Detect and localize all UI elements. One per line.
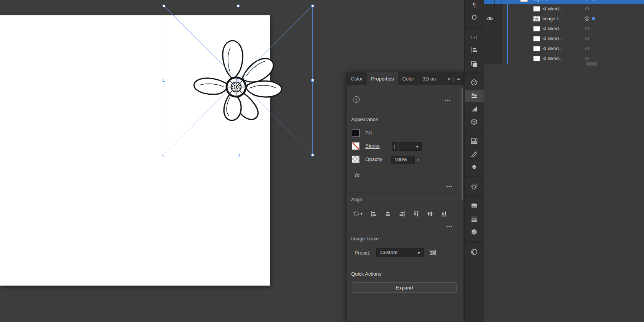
preset-dropdown[interactable]: Custom ▼	[376, 248, 424, 257]
target-circle-icon[interactable]	[585, 37, 589, 40]
panel-tab-bar: Color Properties Color 3D an » | ≡	[347, 72, 463, 85]
layer-name[interactable]: <Linked...	[542, 4, 562, 14]
align-center-horizontal-button[interactable]	[384, 210, 392, 218]
stroke-weight-stepper[interactable]: ▲▼	[392, 142, 398, 151]
gradient-panel-icon[interactable]	[465, 103, 484, 115]
layer-gutter[interactable]	[484, 0, 502, 4]
target-circle-icon[interactable]	[585, 7, 589, 10]
layer-thumbnail[interactable]	[533, 56, 540, 61]
properties-panel-icon[interactable]	[465, 90, 484, 102]
opentype-panel-icon[interactable]: O	[465, 12, 484, 24]
stroke-swatch[interactable]	[352, 142, 360, 150]
layer-name[interactable]: <Linked...	[542, 34, 562, 44]
tab-color-1[interactable]: Color	[347, 72, 367, 85]
align-bottom-button[interactable]	[440, 210, 449, 218]
layer-thumbnail[interactable]	[533, 26, 540, 31]
navigator-panel-icon[interactable]	[465, 226, 484, 238]
color-guide-panel-icon[interactable]	[465, 181, 484, 193]
fx-icon[interactable]: fx.	[355, 172, 361, 178]
stroke-weight-dropdown[interactable]: ▼	[399, 142, 422, 151]
target-circle-icon[interactable]	[585, 27, 589, 30]
pathfinder-panel-icon[interactable]	[465, 58, 484, 70]
3d-materials-panel-icon[interactable]	[465, 116, 484, 128]
selection-handle-sw[interactable]	[163, 154, 165, 156]
selection-color-chip[interactable]	[592, 0, 595, 0]
chevron-down-icon: ▼	[417, 251, 421, 255]
strip-divider	[465, 176, 484, 177]
eye-icon[interactable]	[486, 16, 493, 21]
layer-gutter[interactable]	[484, 44, 502, 54]
info-icon[interactable]: i	[353, 96, 360, 103]
selection-handle-nw[interactable]	[163, 5, 165, 7]
strip-divider	[465, 131, 484, 132]
layer-name[interactable]: <Linked...	[542, 44, 562, 54]
layer-thumbnail[interactable]	[533, 6, 540, 12]
stroke-link[interactable]: Stroke	[365, 143, 380, 149]
selection-handle-s[interactable]	[237, 154, 240, 156]
align-panel-icon[interactable]	[465, 44, 484, 56]
layer-name[interactable]: <Linked...	[542, 54, 562, 64]
opacity-value-field[interactable]: 100%	[391, 156, 415, 164]
opacity-swatch[interactable]	[352, 156, 360, 163]
align-top-button[interactable]	[412, 210, 421, 218]
tab-color-2[interactable]: Color	[398, 72, 418, 85]
symbols-panel-icon[interactable]: ♣	[465, 161, 484, 173]
layer-gutter[interactable]	[484, 54, 502, 64]
layer-name[interactable]: Layer 1	[532, 0, 548, 4]
properties-panel: Color Properties Color 3D an » | ≡ i •••…	[346, 72, 464, 322]
target-circle-icon[interactable]	[585, 0, 589, 0]
brushes-panel-icon[interactable]	[465, 148, 484, 161]
expand-button[interactable]: Expand	[352, 283, 457, 292]
appearance-panel-icon[interactable]	[465, 200, 484, 212]
layer-color-bar	[507, 4, 508, 64]
stroke-panel-icon[interactable]	[465, 213, 484, 225]
layer-thumbnail[interactable]	[533, 46, 540, 51]
fill-label: Fill	[365, 130, 372, 136]
transform-panel-icon[interactable]	[465, 31, 484, 44]
align-more-icon[interactable]: •••	[446, 224, 453, 228]
artboards-panel-icon[interactable]	[465, 135, 484, 147]
selection-handle-ne[interactable]	[311, 5, 314, 7]
selection-color-chip[interactable]	[592, 17, 595, 20]
selection-bounding-box[interactable]	[164, 6, 313, 155]
tab-properties[interactable]: Properties	[367, 72, 398, 85]
color-panel-icon[interactable]	[465, 76, 484, 89]
layer-thumbnail-flower[interactable]	[533, 16, 540, 21]
layer-thumbnail[interactable]	[520, 0, 528, 2]
layer-gutter[interactable]	[484, 4, 502, 14]
artboard-icon	[353, 210, 360, 217]
align-to-dropdown[interactable]: ▼	[351, 210, 365, 218]
opacity-link[interactable]: Opacity	[365, 156, 382, 162]
layer-gutter[interactable]	[484, 34, 502, 44]
selection-handle-n[interactable]	[237, 5, 240, 7]
align-right-button[interactable]	[398, 210, 406, 218]
panel-menu-icon[interactable]: ≡	[457, 76, 460, 82]
layer-thumbnail[interactable]	[533, 36, 540, 41]
layers-scrollbar-thumb[interactable]	[586, 62, 597, 66]
layer-name[interactable]: Image T...	[542, 14, 562, 24]
layer-name[interactable]: <Linked...	[542, 24, 562, 34]
paragraph-panel-icon[interactable]: ¶	[465, 0, 484, 12]
strip-divider	[465, 196, 484, 197]
selection-handle-se[interactable]	[311, 154, 314, 156]
fill-swatch[interactable]	[352, 129, 360, 137]
layer-row-layer1[interactable]: Layer 1	[484, 0, 644, 4]
image-trace-panel-button[interactable]	[429, 249, 437, 258]
opacity-options-arrow[interactable]: ›	[417, 156, 419, 163]
tab-3d-and-materials[interactable]: 3D an	[418, 72, 440, 85]
appearance-more-icon[interactable]: •••	[446, 184, 453, 189]
target-circle-icon[interactable]	[585, 47, 589, 50]
target-inner-circle-icon	[586, 18, 588, 20]
tab-overflow-icon[interactable]: »	[448, 76, 450, 82]
selection-handle-w[interactable]	[163, 79, 165, 82]
layer-gutter[interactable]	[484, 24, 502, 34]
appearance-section-title: Appearance	[351, 117, 378, 122]
selection-handle-e[interactable]	[311, 79, 314, 82]
target-circle-icon[interactable]	[585, 57, 589, 60]
swatches-panel-icon[interactable]	[465, 246, 484, 258]
align-left-button[interactable]	[370, 210, 378, 218]
panel-scrollbar-thumb[interactable]	[462, 88, 463, 200]
panel-more-icon[interactable]: •••	[445, 98, 451, 102]
align-center-vertical-button[interactable]	[426, 210, 434, 218]
strip-divider	[465, 241, 484, 243]
